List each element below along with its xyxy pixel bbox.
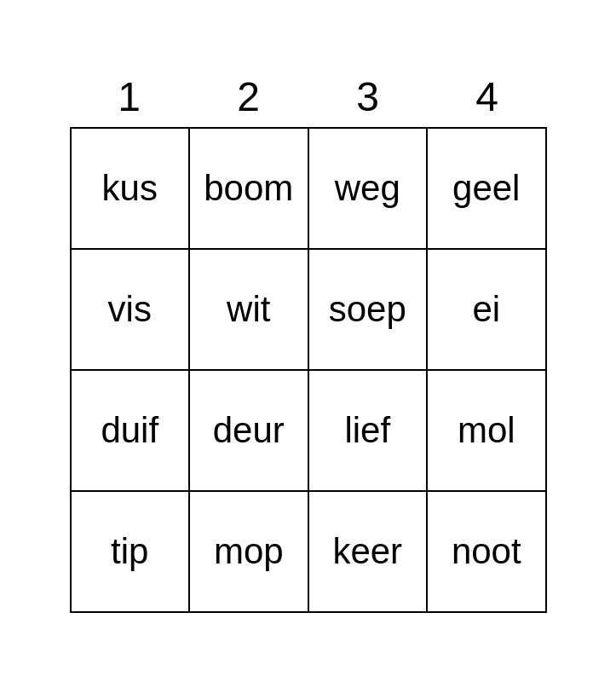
cell-4-1[interactable]: tip bbox=[72, 492, 191, 611]
header-col-1: 1 bbox=[70, 70, 189, 124]
cell-4-2[interactable]: mop bbox=[190, 492, 309, 611]
bingo-board: 1 2 3 4 kus boom weg geel vis wit soep e… bbox=[70, 70, 547, 613]
grid-row-2: vis wit soep ei bbox=[72, 250, 545, 371]
cell-3-3[interactable]: lief bbox=[309, 371, 429, 490]
header-row: 1 2 3 4 bbox=[70, 70, 547, 124]
cell-1-3[interactable]: weg bbox=[309, 129, 429, 248]
cell-2-4[interactable]: ei bbox=[428, 250, 545, 369]
cell-1-1[interactable]: kus bbox=[72, 129, 191, 248]
grid-row-4: tip mop keer noot bbox=[72, 492, 545, 611]
header-col-2: 2 bbox=[189, 70, 308, 124]
cell-2-2[interactable]: wit bbox=[190, 250, 309, 369]
cell-4-4[interactable]: noot bbox=[428, 492, 545, 611]
cell-3-2[interactable]: deur bbox=[190, 371, 309, 490]
grid-row-1: kus boom weg geel bbox=[72, 129, 545, 250]
cell-2-1[interactable]: vis bbox=[72, 250, 191, 369]
cell-3-1[interactable]: duif bbox=[72, 371, 191, 490]
cell-3-4[interactable]: mol bbox=[428, 371, 545, 490]
cell-1-4[interactable]: geel bbox=[428, 129, 545, 248]
header-col-3: 3 bbox=[308, 70, 428, 124]
cell-1-2[interactable]: boom bbox=[190, 129, 309, 248]
grid-row-3: duif deur lief mol bbox=[72, 371, 545, 492]
cell-4-3[interactable]: keer bbox=[309, 492, 429, 611]
cell-2-3[interactable]: soep bbox=[309, 250, 429, 369]
grid: kus boom weg geel vis wit soep ei duif d… bbox=[70, 127, 547, 613]
header-col-4: 4 bbox=[428, 70, 547, 124]
